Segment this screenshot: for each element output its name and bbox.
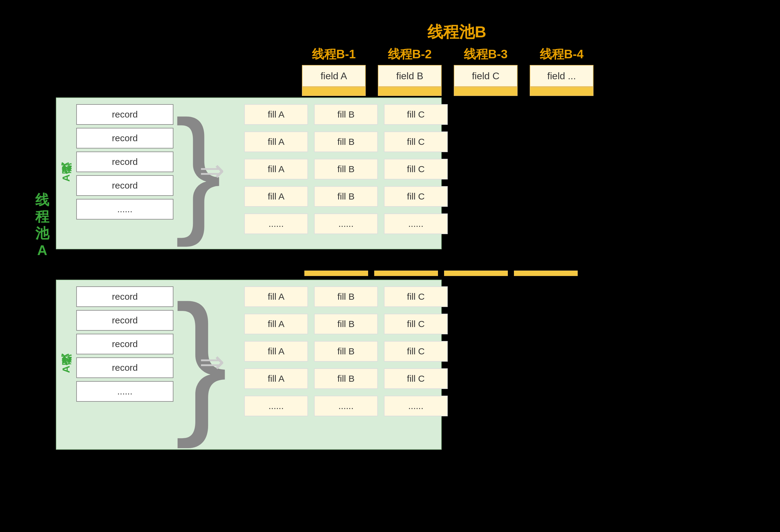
fill-a1-c-3: fill C [384, 159, 448, 179]
thread-group-a2: 线程A-2 record record record record ......… [56, 280, 442, 450]
spacer-between-4 [514, 271, 578, 276]
field-dots-box: field ... [530, 65, 593, 87]
spacer-b3 [454, 87, 518, 96]
pool-a-label: 线程池A [29, 192, 56, 259]
field-a-box: field A [302, 65, 366, 87]
record-a2-dots: ...... [76, 381, 174, 402]
thread-b2-title: 线程B-2 [375, 46, 445, 62]
fill-a1-c-2: fill C [384, 131, 448, 152]
fill-a2-col-a: fill A fill A fill A fill A ...... [244, 286, 308, 420]
spacer-between-2 [374, 271, 438, 276]
thread-group-a1: 线程A-1 record record record record ......… [56, 98, 442, 249]
fill-a1-a-4: fill A [244, 186, 308, 207]
fill-a1-b-3: fill B [314, 159, 378, 179]
fill-a2-c-3: fill C [384, 341, 448, 362]
arrow-a1: ⇒ [199, 153, 225, 188]
record-a1-4: record [76, 175, 174, 196]
fill-a2-a-dots: ...... [244, 396, 308, 416]
record-a2-2: record [76, 310, 174, 331]
arrow-a2: ⇒ [199, 344, 225, 380]
fill-a1-c-4: fill C [384, 186, 448, 207]
thread-b-headers: 线程B-1 field A 线程B-2 field B 线程B-3 field … [299, 46, 602, 96]
spacer-between-3 [444, 271, 508, 276]
fill-a2-a-1: fill A [244, 286, 308, 307]
thread-b3-title: 线程B-3 [451, 46, 521, 62]
fill-a1-a-1: fill A [244, 104, 308, 125]
records-a2: record record record record ...... [76, 286, 174, 402]
spacer-b4 [530, 87, 593, 96]
records-a1: record record record record ...... [76, 104, 174, 219]
thread-b2-col: 线程B-2 field B [375, 46, 445, 96]
fill-a1-c-dots: ...... [384, 213, 448, 234]
fill-a1-a-dots: ...... [244, 213, 308, 234]
record-a2-4: record [76, 357, 174, 378]
record-a2-1: record [76, 286, 174, 307]
fill-a2-c-1: fill C [384, 286, 448, 307]
fill-a2-col-c: fill C fill C fill C fill C ...... [384, 286, 448, 420]
thread-a2-label: 线程A-2 [59, 357, 73, 373]
fill-a2-b-2: fill B [314, 314, 378, 334]
diagram: 线程池B 线程B-1 field A 线程B-2 field B 线程B-3 f… [26, 15, 754, 517]
field-b-box: field B [378, 65, 442, 87]
record-a1-3: record [76, 152, 174, 172]
fill-a1-col-a: fill A fill A fill A fill A ...... [244, 104, 308, 238]
thread-a1-label: 线程A-1 [59, 165, 73, 182]
thread-b4-title: 线程B-4 [527, 46, 596, 62]
record-a2-3: record [76, 334, 174, 354]
thread-b4-col: 线程B-4 field ... [527, 46, 596, 96]
fill-a2-b-1: fill B [314, 286, 378, 307]
fill-a2-col-b: fill B fill B fill B fill B ...... [314, 286, 378, 420]
fill-a2-a-2: fill A [244, 314, 308, 334]
thread-b1-col: 线程B-1 field A [299, 46, 369, 96]
fill-a2-a-3: fill A [244, 341, 308, 362]
fill-a1-b-2: fill B [314, 131, 378, 152]
fill-a1-a-2: fill A [244, 131, 308, 152]
fill-a2-c-2: fill C [384, 314, 448, 334]
spacer-b1 [302, 87, 366, 96]
fill-a1-col-b: fill B fill B fill B fill B ...... [314, 104, 378, 238]
record-a1-1: record [76, 104, 174, 125]
fill-a2-a-4: fill A [244, 368, 308, 389]
fill-a2-b-dots: ...... [314, 396, 378, 416]
fill-a1-b-dots: ...... [314, 213, 378, 234]
orange-spacer-row [304, 271, 578, 276]
spacer-b2 [378, 87, 442, 96]
thread-b3-col: 线程B-3 field C [451, 46, 521, 96]
record-a1-dots: ...... [76, 199, 174, 219]
record-a1-2: record [76, 128, 174, 149]
field-c-box: field C [454, 65, 518, 87]
spacer-between-1 [304, 271, 368, 276]
fill-a2-b-4: fill B [314, 368, 378, 389]
fill-a2-c-4: fill C [384, 368, 448, 389]
fill-a2-b-3: fill B [314, 341, 378, 362]
canvas: 线程池B 线程B-1 field A 线程B-2 field B 线程B-3 f… [0, 0, 780, 532]
fill-a2-c-dots: ...... [384, 396, 448, 416]
pool-b-label: 线程池B [305, 21, 609, 43]
fill-a1-a-3: fill A [244, 159, 308, 179]
fill-a1-b-1: fill B [314, 104, 378, 125]
fill-a1-col-c: fill C fill C fill C fill C ...... [384, 104, 448, 238]
fill-a1-b-4: fill B [314, 186, 378, 207]
thread-b1-title: 线程B-1 [299, 46, 369, 62]
fill-a1-c-1: fill C [384, 104, 448, 125]
